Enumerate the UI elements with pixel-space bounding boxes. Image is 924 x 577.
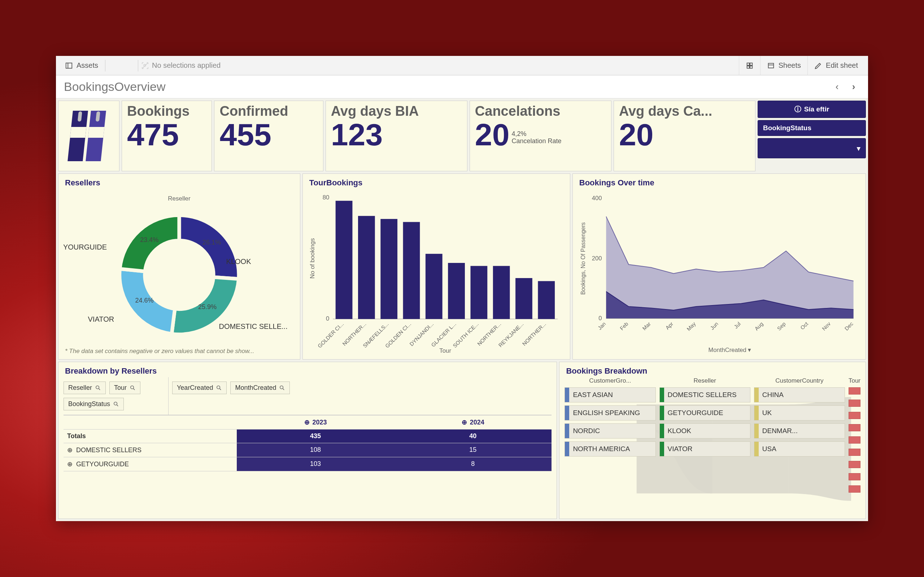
card-title: Bookings Breakdown: [564, 365, 861, 377]
svg-text:Aug: Aug: [754, 321, 764, 332]
filter-chip[interactable]: Tour: [109, 382, 141, 394]
sankey-tour-node[interactable]: [848, 400, 861, 407]
svg-rect-43: [493, 266, 510, 319]
filter-chip[interactable]: BookingStatus: [63, 398, 124, 410]
svg-text:Jan: Jan: [597, 321, 607, 331]
table-row[interactable]: ⊕GETYOURGUIDE1038: [63, 457, 551, 471]
svg-text:No of bookings: No of bookings: [309, 238, 316, 279]
sankey-tour-node[interactable]: [848, 412, 861, 419]
filter-dropdown[interactable]: ▾: [758, 138, 866, 158]
step-back-button[interactable]: [126, 61, 136, 70]
svg-text:Feb: Feb: [619, 321, 629, 331]
sankey-tour-node[interactable]: [848, 461, 861, 468]
selections-tool-button[interactable]: [117, 61, 126, 70]
kpi-value: 123: [331, 119, 462, 150]
sankey-node[interactable]: VIATOR: [659, 442, 750, 456]
svg-text:24.6%: 24.6%: [135, 297, 153, 304]
sankey-node[interactable]: CHINA: [754, 387, 845, 403]
prev-sheet-button[interactable]: ‹: [830, 81, 843, 93]
overtime-chart-card[interactable]: Bookings Over time 0200400Bookings, No O…: [572, 174, 866, 359]
svg-rect-31: [358, 216, 375, 319]
sankey-tour-node[interactable]: [848, 424, 861, 431]
svg-text:Oct: Oct: [799, 321, 809, 331]
sankey-tour-node[interactable]: [848, 485, 861, 493]
filter-chips-left: ResellerTourBookingStatus: [63, 379, 168, 413]
kpi-cancelations[interactable]: Cancelations 20 4,2% Cancelation Rate: [470, 101, 611, 171]
card-title: Bookings Over time: [578, 177, 861, 189]
sheets-button[interactable]: Sheets: [760, 56, 808, 75]
svg-line-77: [283, 389, 284, 390]
svg-text:DOMESTIC SELLE...: DOMESTIC SELLE...: [219, 322, 288, 330]
svg-line-4: [142, 63, 148, 68]
insight-advisor-button[interactable]: [739, 56, 760, 75]
sankey-node[interactable]: NORTH AMERICA: [564, 442, 656, 456]
kpi-bookings[interactable]: Bookings 475: [122, 101, 212, 171]
footnote: * The data set contains negative or zero…: [63, 346, 295, 356]
resellers-donut-chart: Reseller 26.1%KLOOK25.9%DOMESTIC SELLE..…: [63, 189, 295, 346]
sankey-col-reseller: ResellerDOMESTIC SELLERSGETYOURGUIDEKLOO…: [659, 377, 750, 516]
filter-chips-right: YearCreatedMonthCreated: [172, 379, 548, 396]
expand-icon: ⊕: [67, 460, 73, 468]
svg-text:Apr: Apr: [664, 321, 675, 331]
dashboard-window: Assets No selections applied Sheets Edit…: [56, 56, 868, 521]
svg-rect-29: [335, 201, 352, 319]
sankey-node[interactable]: NORDIC: [564, 423, 656, 438]
kpi-row: Bookings 475 Confirmed 455 Avg days BIA …: [58, 101, 866, 171]
resellers-chart-card[interactable]: Resellers Reseller 26.1%KLOOK25.9%DOMEST…: [58, 174, 300, 359]
filter-chip[interactable]: Reseller: [63, 382, 106, 394]
chevron-down-icon: ▾: [857, 144, 861, 153]
expand-icon: ⊕: [462, 418, 467, 426]
sankey-node[interactable]: UK: [754, 405, 845, 421]
svg-rect-5: [747, 63, 749, 65]
assets-button[interactable]: Assets: [60, 58, 103, 74]
svg-text:25.9%: 25.9%: [198, 303, 216, 311]
tourbookings-chart-card[interactable]: TourBookings 080No of bookingsGOLDER CI.…: [302, 174, 570, 359]
svg-text:0: 0: [598, 315, 602, 322]
sankey-node[interactable]: KLOOK: [659, 423, 750, 438]
breakdown-table-card[interactable]: Breakdown by Resellers ResellerTourBooki…: [58, 362, 557, 519]
totals-label: Totals: [63, 429, 237, 443]
filter-chip[interactable]: YearCreated: [172, 382, 227, 394]
sheets-label: Sheets: [779, 61, 801, 69]
sankey-node[interactable]: GETYOURGUIDE: [659, 405, 750, 421]
svg-point-72: [114, 402, 117, 405]
tourbookings-bar-chart: 080No of bookingsGOLDER CI...NORTHER...S…: [308, 189, 565, 356]
kpi-avg-bia[interactable]: Avg days BIA 123: [326, 101, 467, 171]
sia-eftir-button[interactable]: ⓘ Sía eftir: [758, 101, 866, 118]
year-col-2023[interactable]: ⊕2023: [237, 416, 394, 429]
card-title: Breakdown by Resellers: [63, 365, 551, 377]
sankey-col-tour: Tour: [848, 377, 861, 516]
svg-text:Jul: Jul: [733, 321, 742, 330]
bookingstatus-button[interactable]: BookingStatus: [758, 120, 866, 136]
table-row[interactable]: ⊕DOMESTIC SELLERS10815: [63, 443, 551, 457]
next-sheet-button[interactable]: ›: [847, 81, 860, 93]
svg-rect-33: [380, 219, 397, 319]
sankey-tour-node[interactable]: [848, 387, 861, 395]
sankey-tour-node[interactable]: [848, 473, 861, 480]
sankey-node[interactable]: EAST ASIAN: [564, 387, 656, 403]
smart-search-button[interactable]: [108, 61, 117, 70]
sankey-node[interactable]: DENMAR...: [754, 423, 845, 438]
sankey-tour-node[interactable]: [848, 449, 861, 456]
kpi-avg-ca[interactable]: Avg days Ca... 20: [614, 101, 756, 171]
edit-sheet-button[interactable]: Edit sheet: [808, 56, 864, 75]
bookings-breakdown-card[interactable]: Bookings Breakdown CustomerGro...EAST AS…: [559, 362, 866, 519]
year-col-2024[interactable]: ⊕2024: [394, 416, 551, 429]
logo-card: [58, 101, 120, 171]
sankey-tour-node[interactable]: [848, 436, 861, 443]
sia-label: Sía eftir: [804, 105, 829, 113]
svg-text:Nov: Nov: [821, 321, 832, 331]
sankey-node[interactable]: DOMESTIC SELLERS: [659, 387, 750, 403]
sankey-node[interactable]: USA: [754, 442, 845, 456]
svg-text:26.1%: 26.1%: [202, 239, 221, 246]
svg-point-74: [217, 386, 220, 389]
kpi-confirmed[interactable]: Confirmed 455: [214, 101, 323, 171]
kpi-label: Cancelations: [475, 104, 606, 119]
filter-chip[interactable]: MonthCreated: [230, 382, 290, 394]
kpi-label: Bookings: [127, 104, 207, 119]
svg-line-73: [117, 405, 118, 406]
sankey-node[interactable]: ENGLISH SPEAKING: [564, 405, 656, 421]
svg-point-70: [131, 386, 134, 389]
svg-text:Tour: Tour: [439, 348, 451, 355]
svg-text:KLOOK: KLOOK: [226, 258, 252, 266]
